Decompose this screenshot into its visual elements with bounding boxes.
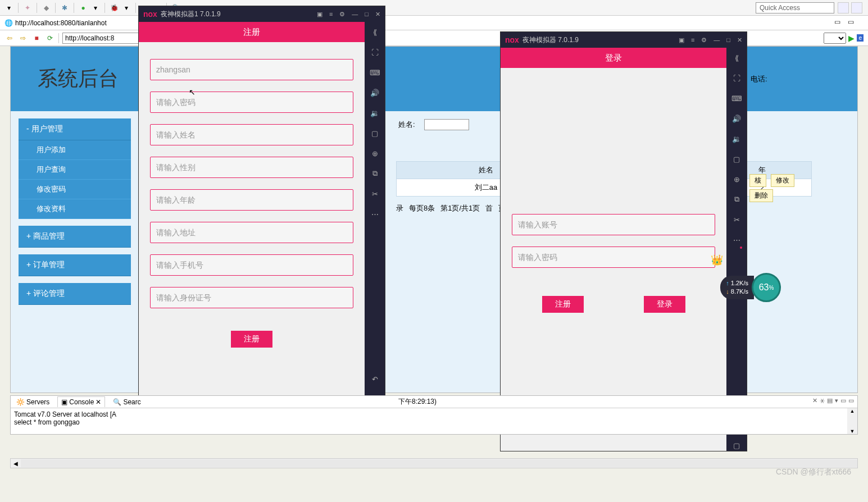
tab-servers[interactable]: 🔆 Servers — [13, 397, 53, 407]
network-widget[interactable]: 1.2K/s 8.7K/s 63% — [720, 273, 781, 302]
minimize-icon[interactable]: ▭ — [848, 18, 858, 28]
scissors-icon[interactable]: ✂ — [731, 214, 742, 225]
stop-icon[interactable]: ■ — [31, 33, 42, 43]
sidebar-item-change-profile[interactable]: 修改资料 — [19, 199, 131, 219]
scissors-icon[interactable]: ✂ — [369, 188, 380, 199]
audit-button[interactable]: 核 — [749, 174, 766, 187]
console-scrollbar[interactable]: ▲▼ — [847, 408, 857, 434]
multi-icon[interactable]: ⧉ — [731, 194, 742, 205]
perspective-buttons[interactable] — [838, 2, 862, 13]
console-min-icon[interactable]: ▭ — [840, 397, 846, 404]
login-button[interactable]: 登录 — [644, 296, 685, 313]
console-scroll-icon[interactable]: ▤ — [827, 397, 833, 404]
go-icon[interactable]: ▶ — [848, 34, 855, 43]
login-password-input[interactable] — [512, 247, 715, 268]
idcard-input[interactable] — [150, 287, 353, 308]
more-icon[interactable]: ⋯ — [731, 234, 742, 245]
console-max-icon[interactable]: ▭ — [848, 397, 854, 404]
recent-icon[interactable]: ▢ — [731, 440, 742, 451]
browser-tab[interactable]: 🌐 http://localhost:8080/tianlanhot — [0, 16, 868, 30]
tab-console[interactable]: ▣ Console ✕ — [57, 396, 105, 407]
sidebar-item-order-mgmt[interactable]: + 订单管理 — [19, 254, 131, 276]
screenshot-icon[interactable]: ▢ — [369, 127, 380, 139]
settings-icon[interactable]: ◆ — [42, 3, 51, 12]
refresh-icon[interactable]: ⟳ — [45, 33, 55, 43]
fullname-input[interactable] — [150, 124, 353, 145]
gear-icon[interactable]: ⚙ — [701, 36, 707, 44]
tablet-icon[interactable]: ▣ — [679, 36, 684, 44]
ie-icon[interactable]: e — [857, 34, 864, 42]
console-clear-icon[interactable]: ✕ — [812, 397, 817, 404]
back-icon[interactable]: ⇦ — [4, 33, 15, 43]
volume-down-icon[interactable]: 🔉 — [731, 133, 742, 144]
console-dropdown-icon[interactable]: ▾ — [835, 397, 838, 404]
scroll-left-icon[interactable]: ◀ — [11, 460, 21, 467]
register-button[interactable]: 注册 — [231, 331, 272, 348]
age-input[interactable] — [150, 189, 353, 211]
sidebar-item-change-pwd[interactable]: 修改密码 — [19, 180, 131, 199]
star-icon[interactable]: ✱ — [60, 3, 69, 12]
sidebar-item-user-mgmt[interactable]: - 用户管理 — [19, 118, 131, 140]
net-percent: 63% — [752, 273, 781, 302]
add-icon[interactable]: ⊕ — [369, 148, 380, 159]
expand-icon[interactable]: ⟪ — [731, 52, 742, 63]
keyboard-icon[interactable]: ⌨ — [731, 93, 742, 104]
quick-access-input[interactable]: Quick Access — [756, 2, 834, 13]
volume-up-icon[interactable]: 🔊 — [369, 87, 380, 98]
maximize-icon[interactable]: □ — [365, 11, 369, 18]
keyboard-icon[interactable]: ⌨ — [369, 67, 380, 78]
login-account-input[interactable] — [512, 214, 715, 235]
close-icon[interactable]: ✕ — [737, 36, 742, 44]
emu2-titlebar[interactable]: nox 夜神模拟器 7.0.1.9 ▣ ≡ ⚙ — □ ✕ — [501, 32, 747, 48]
screenshot-icon[interactable]: ▢ — [731, 153, 742, 165]
phone-input[interactable] — [150, 254, 353, 276]
username-input[interactable] — [150, 59, 353, 80]
console-pin-icon[interactable]: ⚹ — [820, 397, 825, 404]
filter-name-input[interactable] — [424, 119, 469, 130]
maximize-icon[interactable]: ▭ — [834, 18, 844, 28]
emulator-register: nox 夜神模拟器1 7.0.1.9 ▣ ≡ ⚙ — □ ✕ 注册 — [138, 6, 385, 426]
debug-perspective-icon[interactable] — [851, 2, 862, 13]
java-perspective-icon[interactable] — [838, 2, 849, 13]
add-icon[interactable]: ⊕ — [731, 174, 742, 185]
tablet-icon[interactable]: ▣ — [317, 11, 322, 18]
page-first[interactable]: 首 — [485, 203, 493, 213]
minimize-icon[interactable]: — — [714, 36, 720, 44]
save-icon[interactable]: ▾ — [4, 3, 13, 12]
menu-icon[interactable]: ≡ — [329, 11, 333, 18]
run-dropdown-icon[interactable]: ▾ — [91, 3, 100, 12]
volume-up-icon[interactable]: 🔊 — [731, 113, 742, 124]
close-icon[interactable]: ✕ — [375, 11, 380, 18]
delete-button[interactable]: 删除 — [749, 189, 773, 202]
debug-icon[interactable]: 🐞 — [110, 3, 119, 12]
fullscreen-icon[interactable]: ⛶ — [369, 47, 380, 58]
zoom-select[interactable] — [824, 33, 846, 44]
emu1-titlebar[interactable]: nox 夜神模拟器1 7.0.1.9 ▣ ≡ ⚙ — □ ✕ — [139, 6, 385, 22]
login-register-button[interactable]: 注册 — [542, 296, 584, 313]
volume-down-icon[interactable]: 🔉 — [369, 107, 380, 118]
sidebar-item-user-query[interactable]: 用户查询 — [19, 160, 131, 180]
address-input[interactable] — [150, 222, 353, 243]
back-icon[interactable]: ↶ — [369, 373, 380, 385]
gender-input[interactable] — [150, 157, 353, 178]
password-input[interactable] — [150, 92, 353, 113]
forward-icon[interactable]: ⇨ — [18, 33, 28, 43]
expand-icon[interactable]: ⟪ — [369, 26, 380, 38]
debug-dropdown-icon[interactable]: ▾ — [122, 3, 131, 12]
menu-icon[interactable]: ≡ — [691, 36, 694, 44]
modify-button[interactable]: 修改 — [771, 174, 794, 187]
sidebar-item-user-add[interactable]: 用户添加 — [19, 140, 131, 160]
maximize-icon[interactable]: □ — [726, 36, 730, 44]
horizontal-scrollbar[interactable]: ◀ — [10, 458, 858, 468]
multi-icon[interactable]: ⧉ — [369, 168, 380, 179]
gear-icon[interactable]: ⚙ — [339, 11, 345, 18]
more-icon[interactable]: ⋯ — [369, 208, 380, 220]
fullscreen-icon[interactable]: ⛶ — [731, 72, 742, 84]
tab-search[interactable]: 🔍 Searc — [110, 397, 144, 407]
sidebar-item-product-mgmt[interactable]: + 商品管理 — [19, 226, 131, 248]
sidebar-item-comment-mgmt[interactable]: + 评论管理 — [19, 283, 131, 305]
crown-icon: 👑 — [711, 254, 723, 266]
run-icon[interactable]: ● — [79, 3, 88, 12]
wand-icon[interactable]: ✦ — [23, 3, 32, 12]
minimize-icon[interactable]: — — [352, 11, 358, 18]
